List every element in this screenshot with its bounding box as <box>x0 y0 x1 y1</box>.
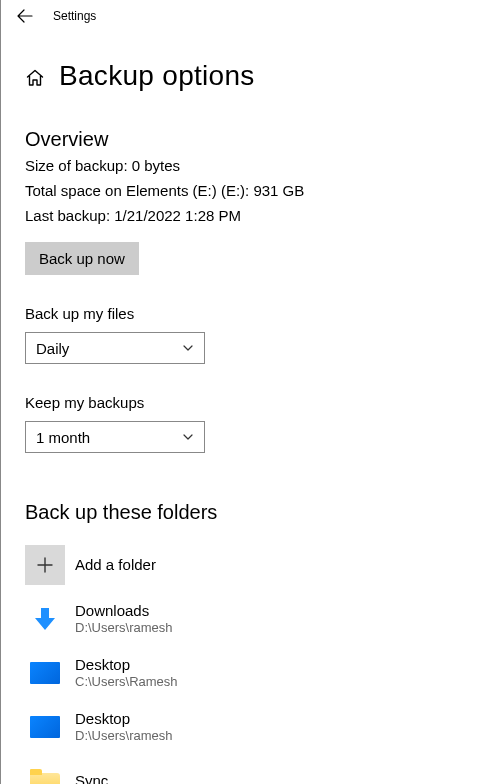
home-icon <box>25 68 45 88</box>
backup-files-select[interactable]: Daily <box>25 332 205 364</box>
folder-item-desktop-c[interactable]: Desktop C:\Users\Ramesh <box>25 646 476 700</box>
overview-info: Size of backup: 0 bytes Total space on E… <box>25 157 476 224</box>
plus-icon <box>25 545 65 585</box>
add-folder-label: Add a folder <box>75 556 156 574</box>
titlebar: Settings <box>1 0 500 32</box>
add-folder-button[interactable]: Add a folder <box>25 538 476 592</box>
back-arrow-icon <box>17 8 33 24</box>
folder-name: Downloads <box>75 602 173 620</box>
keep-backups-label: Keep my backups <box>25 394 476 411</box>
backup-files-value: Daily <box>36 340 69 357</box>
backup-now-button[interactable]: Back up now <box>25 242 139 275</box>
folder-item-downloads[interactable]: Downloads D:\Users\ramesh <box>25 592 476 646</box>
keep-backups-value: 1 month <box>36 429 90 446</box>
folders-heading: Back up these folders <box>25 501 476 524</box>
keep-backups-select[interactable]: 1 month <box>25 421 205 453</box>
desktop-icon <box>25 653 65 693</box>
folder-name: Sync <box>75 772 108 784</box>
chevron-down-icon <box>182 431 194 443</box>
desktop-icon <box>25 707 65 747</box>
folder-name: Desktop <box>75 710 173 728</box>
backup-files-label: Back up my files <box>25 305 476 322</box>
last-backup-line: Last backup: 1/21/2022 1:28 PM <box>25 207 476 224</box>
folder-item-sync[interactable]: Sync <box>25 754 476 784</box>
chevron-down-icon <box>182 342 194 354</box>
total-space-line: Total space on Elements (E:) (E:): 931 G… <box>25 182 476 199</box>
folder-path: D:\Users\ramesh <box>75 728 173 745</box>
back-button[interactable] <box>9 0 41 32</box>
overview-heading: Overview <box>25 128 476 151</box>
page-header: Backup options <box>25 60 476 92</box>
folder-path: C:\Users\Ramesh <box>75 674 178 691</box>
window-title: Settings <box>53 9 96 23</box>
folder-name: Desktop <box>75 656 178 674</box>
backup-size-line: Size of backup: 0 bytes <box>25 157 476 174</box>
download-icon <box>25 599 65 639</box>
folder-item-desktop-d[interactable]: Desktop D:\Users\ramesh <box>25 700 476 754</box>
folder-path: D:\Users\ramesh <box>75 620 173 637</box>
page-title: Backup options <box>59 60 255 92</box>
folder-icon <box>25 761 65 784</box>
